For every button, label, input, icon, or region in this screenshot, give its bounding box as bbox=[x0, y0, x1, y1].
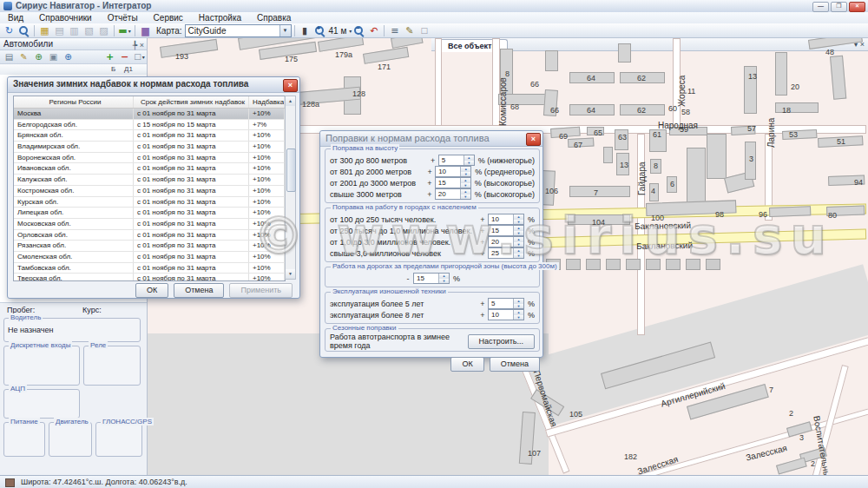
spin-down-icon[interactable]: ▼ bbox=[461, 172, 470, 177]
table-cell: +10% bbox=[249, 175, 285, 185]
table-row[interactable]: Ивановская обл.с 01 ноября по 31 марта+1… bbox=[14, 163, 285, 175]
spin-input[interactable]: 15▲▼ bbox=[435, 177, 471, 188]
edit-table-icon[interactable]: ▦ bbox=[37, 24, 52, 37]
spin-input[interactable]: 5▲▼ bbox=[438, 155, 475, 166]
spin-down-icon[interactable]: ▼ bbox=[514, 242, 523, 247]
adjustments-ok-button[interactable]: ОК bbox=[450, 357, 483, 372]
scroll-down-icon[interactable]: ▼ bbox=[286, 269, 295, 279]
table-scrollbar[interactable]: ▲ ▼ bbox=[285, 96, 296, 280]
map-street-label: Народная bbox=[658, 121, 698, 130]
map-select-arrow[interactable]: ▼ bbox=[279, 25, 291, 36]
menu-item-Настройка[interactable]: Настройка bbox=[191, 12, 249, 23]
spin-input[interactable]: 25▲▼ bbox=[488, 247, 524, 259]
restore-button[interactable]: ❐ bbox=[831, 2, 847, 12]
table-cell: Ивановская обл. bbox=[14, 163, 134, 174]
table-row[interactable]: Орловская обл.с 01 ноября по 31 марта+10… bbox=[14, 230, 285, 241]
table-row[interactable]: Брянская обл.с 01 ноября по 31 марта+10% bbox=[14, 130, 285, 142]
menu-item-Отчёты[interactable]: Отчёты bbox=[100, 12, 146, 23]
scroll-up-icon[interactable]: ▲ bbox=[286, 96, 295, 106]
marker-icon[interactable]: ▮ bbox=[298, 24, 312, 37]
view-mode-icon[interactable]: □▾ bbox=[132, 50, 147, 63]
pin-icon[interactable]: ╄ bbox=[133, 41, 137, 49]
spin-down-icon[interactable]: ▼ bbox=[514, 231, 523, 236]
zoom-level[interactable]: 41 м bbox=[329, 26, 347, 36]
table-row[interactable]: Москвас 01 ноября по 31 марта+10% bbox=[14, 109, 285, 120]
spin-input[interactable]: 20▲▼ bbox=[435, 188, 471, 200]
spin-input[interactable]: 15▲▼ bbox=[488, 225, 524, 236]
winter-dialog-close-icon[interactable]: × bbox=[283, 79, 298, 92]
refresh-icon[interactable]: ↻ bbox=[2, 24, 16, 37]
height-group: Поправка на высоту от 300 до 800 метров+… bbox=[325, 148, 540, 203]
photo-icon[interactable]: ▣ bbox=[46, 50, 61, 63]
spin-input[interactable]: 10▲▼ bbox=[488, 309, 524, 320]
brush-icon[interactable]: ✎ bbox=[16, 50, 31, 63]
remove-vehicle-icon[interactable]: − bbox=[117, 50, 132, 63]
zoom-out-icon[interactable]: − bbox=[352, 24, 366, 37]
world-icon[interactable]: ⊕ bbox=[61, 50, 76, 63]
print-icon[interactable]: ▤ bbox=[2, 50, 16, 63]
table-cell: с 01 ноября по 31 марта bbox=[134, 130, 249, 141]
map-label: Карта: bbox=[156, 26, 182, 36]
table-row[interactable]: Курская обл.с 01 ноября по 31 марта+10% bbox=[14, 197, 285, 208]
map-select[interactable]: CityGuide ▼ bbox=[185, 24, 292, 37]
table-row[interactable]: Костромская обл.с 01 ноября по 31 марта+… bbox=[14, 186, 285, 197]
spin-down-icon[interactable]: ▼ bbox=[464, 161, 474, 166]
spin-down-icon[interactable]: ▼ bbox=[514, 254, 523, 259]
table-row[interactable]: Смоленская обл.с 01 ноября по 31 марта+1… bbox=[14, 252, 285, 263]
scroll-thumb[interactable] bbox=[286, 148, 296, 192]
spin-down-icon[interactable]: ▼ bbox=[461, 183, 470, 188]
spin-down-icon[interactable]: ▼ bbox=[461, 195, 470, 200]
vehicle-icon[interactable]: ▬▾ bbox=[117, 24, 132, 37]
menu-item-Справочники[interactable]: Справочники bbox=[31, 12, 100, 23]
winter-ok-button[interactable]: ОК bbox=[135, 283, 168, 298]
globe-icon[interactable]: ⊕ bbox=[31, 50, 46, 63]
table-row[interactable]: Калужская обл.с 01 ноября по 31 марта+10… bbox=[14, 175, 285, 186]
table-row[interactable]: Тверская обл.с 01 ноября по 31 марта+10% bbox=[14, 274, 285, 281]
checkbox-icon[interactable]: □ bbox=[417, 24, 431, 37]
spin-down-icon[interactable]: ▼ bbox=[514, 315, 523, 320]
table-cell: с 01 ноября по 31 марта bbox=[134, 109, 249, 119]
spin-input[interactable]: 10▲▼ bbox=[435, 166, 471, 177]
vehicles-toolbar: ▤ ✎ ⊕ ▣ ⊕ + − □▾ bbox=[0, 50, 147, 64]
spin-down-icon[interactable]: ▼ bbox=[514, 304, 523, 309]
table-row[interactable]: Белгородская обл.с 15 ноября по 15 марта… bbox=[14, 120, 285, 131]
configure-button[interactable]: Настроить... bbox=[468, 334, 535, 349]
spin-input[interactable]: 15▲▼ bbox=[413, 273, 450, 284]
table-row[interactable]: Владимирская обл.с 01 ноября по 31 марта… bbox=[14, 142, 285, 153]
spin-down-icon[interactable]: ▼ bbox=[439, 279, 449, 284]
map-house-number: 128а bbox=[302, 100, 319, 109]
edit-icon[interactable]: ✎ bbox=[402, 24, 417, 37]
spin-sign: + bbox=[430, 156, 437, 165]
winter-dialog-titlebar[interactable]: Значения зимних надбавок к нормам расход… bbox=[8, 77, 299, 93]
spin-down-icon[interactable]: ▼ bbox=[514, 220, 523, 225]
spin-input[interactable]: 5▲▼ bbox=[488, 298, 524, 309]
table-row[interactable]: Липецкая обл.с 01 ноября по 31 марта+10% bbox=[14, 208, 285, 219]
adjustments-cancel-button[interactable]: Отмена bbox=[490, 357, 540, 372]
engine-group: Двигатель bbox=[49, 422, 92, 457]
table-row[interactable]: Тамбовская обл.с 01 ноября по 31 марта+1… bbox=[14, 263, 285, 274]
menu-item-Вид[interactable]: Вид bbox=[0, 12, 31, 23]
table-row[interactable]: Воронежская обл.с 01 ноября по 31 марта+… bbox=[14, 153, 285, 164]
add-vehicle-icon[interactable]: + bbox=[102, 50, 117, 63]
map-garage bbox=[586, 259, 601, 270]
list-icon[interactable]: ≡ bbox=[387, 24, 402, 37]
panel-close-icon[interactable]: × bbox=[140, 41, 144, 49]
undo-icon[interactable]: ↶ bbox=[366, 24, 381, 37]
course-label: Курс: bbox=[82, 306, 102, 314]
map-house-number: 182 bbox=[624, 452, 637, 461]
zoom-in-icon[interactable]: + bbox=[312, 24, 327, 37]
map-house-number: 3 bbox=[799, 433, 804, 442]
menu-item-Сервис[interactable]: Сервис bbox=[146, 12, 191, 23]
spin-input[interactable]: 10▲▼ bbox=[488, 214, 524, 225]
table-row[interactable]: Рязанская обл.с 01 ноября по 31 марта+10… bbox=[14, 241, 285, 252]
close-button[interactable]: × bbox=[849, 2, 865, 12]
chart-icon[interactable]: ▆ bbox=[138, 24, 153, 37]
adjustments-dialog-close-icon[interactable]: × bbox=[526, 133, 541, 146]
menu-item-Справка[interactable]: Справка bbox=[249, 12, 299, 23]
spin-input[interactable]: 20▲▼ bbox=[488, 236, 524, 247]
spin-row: от 250 тысяч до 1,0 миллиона человек.+15… bbox=[330, 225, 535, 236]
table-row[interactable]: Московская обл.с 01 ноября по 31 марта+1… bbox=[14, 219, 285, 230]
minimize-button[interactable]: — bbox=[812, 2, 829, 12]
search-icon[interactable] bbox=[16, 24, 31, 37]
winter-cancel-button[interactable]: Отмена bbox=[174, 283, 224, 298]
